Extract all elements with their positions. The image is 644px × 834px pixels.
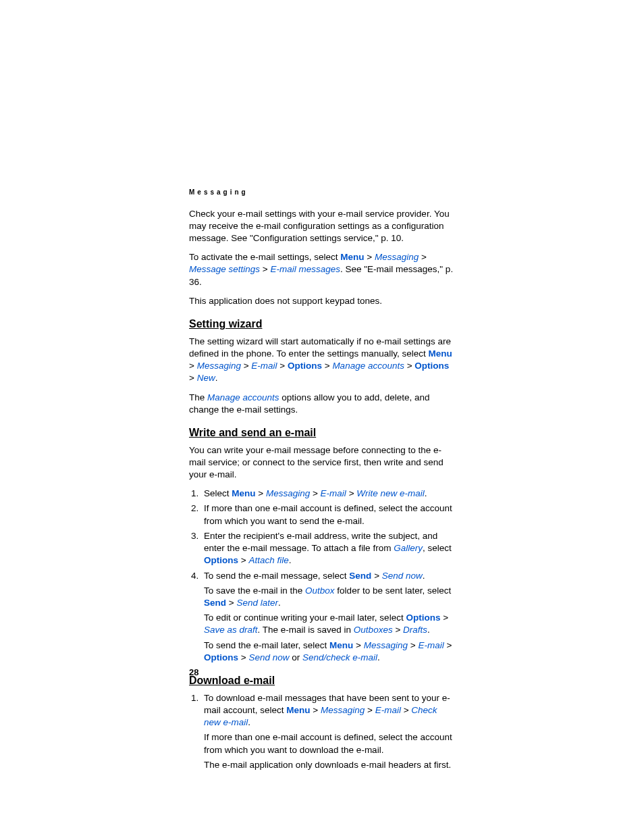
sub-paragraph: To save the e-mail in the Outbox folder … <box>204 585 455 609</box>
text: To save the e-mail in the <box>204 585 305 596</box>
sep: > <box>346 488 356 498</box>
write-send-heading: Write and send an e-mail <box>189 425 455 440</box>
outboxes-link[interactable]: Outboxes <box>354 625 393 635</box>
options-link[interactable]: Options <box>204 652 238 662</box>
text: folder to be sent later, select <box>335 585 452 596</box>
list-item: To download e-mail messages that have be… <box>201 692 455 771</box>
setting-wizard-p2: The Manage accounts options allow you to… <box>189 392 455 416</box>
menu-link[interactable]: Menu <box>286 705 310 715</box>
email-messages-link[interactable]: E-mail messages <box>270 264 340 274</box>
text: or <box>289 652 302 662</box>
sep: > <box>241 361 251 371</box>
sep: > <box>310 488 320 498</box>
options-link[interactable]: Options <box>414 361 449 371</box>
sub-paragraph: To send the e-mail later, select Menu > … <box>204 640 455 664</box>
sep: > <box>401 705 411 715</box>
download-email-list: To download e-mail messages that have be… <box>189 692 455 771</box>
sep: > <box>353 640 363 650</box>
intro-paragraph-3: This application does not support keypad… <box>189 295 455 307</box>
menu-link[interactable]: Menu <box>428 348 452 359</box>
messaging-link[interactable]: Messaging <box>375 252 419 262</box>
sep: > <box>226 598 236 608</box>
drafts-link[interactable]: Drafts <box>403 625 427 635</box>
list-item: To send the e-mail message, select Send … <box>201 570 455 664</box>
page-number: 28 <box>189 667 198 679</box>
setting-wizard-p1: The setting wizard will start automatica… <box>189 336 455 385</box>
manage-accounts-link[interactable]: Manage accounts <box>332 361 404 371</box>
sep: > <box>365 705 375 715</box>
text: . <box>423 571 425 581</box>
messaging-link[interactable]: Messaging <box>197 361 241 371</box>
send-link[interactable]: Send <box>204 598 226 608</box>
text: The <box>189 392 207 402</box>
sep: > <box>256 488 266 498</box>
sep: > <box>189 373 197 383</box>
sep: > <box>371 571 381 581</box>
sep: > <box>322 361 332 371</box>
sep: > <box>393 625 403 635</box>
send-check-email-link[interactable]: Send/check e-mail <box>302 652 377 662</box>
setting-wizard-heading: Setting wizard <box>189 317 455 332</box>
send-now-link[interactable]: Send now <box>248 652 289 662</box>
intro-paragraph-2: To activate the e-mail settings, select … <box>189 251 455 288</box>
text: . <box>377 652 380 662</box>
sep: > <box>238 652 248 662</box>
intro-paragraph-1: Check your e-mail settings with your e-m… <box>189 208 455 245</box>
document-page: Messaging Check your e-mail settings wit… <box>0 0 644 834</box>
new-link[interactable]: New <box>197 373 215 383</box>
text: To send the e-mail message, select <box>204 571 349 581</box>
messaging-link[interactable]: Messaging <box>364 640 408 650</box>
manage-accounts-link[interactable]: Manage accounts <box>207 392 279 402</box>
text: To send the e-mail later, select <box>204 640 329 650</box>
text: To activate the e-mail settings, select <box>189 252 340 262</box>
sub-paragraph: If more than one e-mail account is defin… <box>204 731 455 756</box>
sep: > <box>440 613 448 623</box>
gallery-link[interactable]: Gallery <box>394 543 423 553</box>
text: . <box>278 598 281 608</box>
sep: > <box>277 361 288 371</box>
text: , select <box>423 543 452 553</box>
send-link[interactable]: Send <box>349 571 371 581</box>
options-link[interactable]: Options <box>406 613 440 623</box>
messaging-link[interactable]: Messaging <box>321 705 365 715</box>
write-send-list: Select Menu > Messaging > E-mail > Write… <box>189 488 455 664</box>
outbox-link[interactable]: Outbox <box>305 585 335 596</box>
email-link[interactable]: E-mail <box>251 361 277 371</box>
sep: > <box>238 555 248 565</box>
write-send-intro: You can write your e-mail message before… <box>189 444 455 481</box>
save-as-draft-link[interactable]: Save as draft <box>204 625 258 635</box>
text: Select <box>204 488 232 498</box>
send-later-link[interactable]: Send later <box>236 598 278 608</box>
email-link[interactable]: E-mail <box>375 705 401 715</box>
sub-paragraph: The e-mail application only downloads e-… <box>204 759 455 771</box>
sep: > <box>311 705 321 715</box>
options-link[interactable]: Options <box>288 361 322 371</box>
sep: > <box>260 264 270 274</box>
download-email-heading: Download e-mail <box>189 673 455 688</box>
sep: > <box>365 252 375 262</box>
sep: > <box>404 361 414 371</box>
text: . <box>248 717 250 727</box>
menu-link[interactable]: Menu <box>340 252 364 262</box>
options-link[interactable]: Options <box>204 555 238 565</box>
menu-link[interactable]: Menu <box>329 640 353 650</box>
text: . The e-mail is saved in <box>258 625 354 635</box>
text: . <box>289 555 292 565</box>
text: To edit or continue writing your e-mail … <box>204 613 406 623</box>
text: . <box>427 625 430 635</box>
sep: > <box>444 640 452 650</box>
menu-link[interactable]: Menu <box>232 488 255 498</box>
list-item: Enter the recipient's e-mail address, wr… <box>201 530 455 567</box>
message-settings-link[interactable]: Message settings <box>189 264 260 274</box>
write-new-email-link[interactable]: Write new e-mail <box>356 488 425 498</box>
send-now-link[interactable]: Send now <box>382 571 423 581</box>
attach-file-link[interactable]: Attach file <box>248 555 288 565</box>
text: The setting wizard will start automatica… <box>189 336 451 359</box>
email-link[interactable]: E-mail <box>321 488 346 498</box>
sep: > <box>408 640 418 650</box>
text: . <box>425 488 427 498</box>
messaging-link[interactable]: Messaging <box>266 488 310 498</box>
email-link[interactable]: E-mail <box>418 640 444 650</box>
sub-paragraph: To edit or continue writing your e-mail … <box>204 612 455 636</box>
text: . <box>215 373 218 383</box>
